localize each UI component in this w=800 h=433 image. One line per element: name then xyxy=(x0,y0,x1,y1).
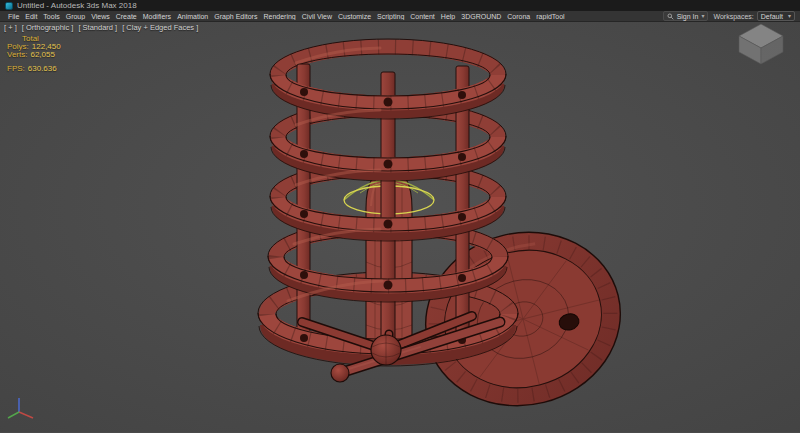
sign-in-label: Sign In xyxy=(677,13,699,20)
menu-items: File Edit Tools Group Views Create Modif… xyxy=(5,13,568,20)
workspace-selected: Default xyxy=(761,13,783,20)
menu-item[interactable]: Civil View xyxy=(299,13,335,20)
menu-item[interactable]: Help xyxy=(438,13,458,20)
viewport-standard-label[interactable]: [ Standard ] xyxy=(78,23,117,32)
workspace-dropdown[interactable]: Default ▾ xyxy=(757,11,795,21)
menu-item[interactable]: Views xyxy=(88,13,113,20)
menu-item[interactable]: Rendering xyxy=(260,13,298,20)
viewport[interactable]: [ + ] [ Orthographic ] [ Standard ] [ Cl… xyxy=(0,22,800,433)
chevron-down-icon: ▾ xyxy=(701,13,704,19)
menu-item[interactable]: Animation xyxy=(174,13,211,20)
menubar-right-controls: Sign In ▾ Workspaces: Default ▾ xyxy=(663,11,795,21)
app-window: Untitled - Autodesk 3ds Max 2018 File Ed… xyxy=(0,0,800,433)
search-icon xyxy=(667,13,674,20)
workspaces-label: Workspaces: xyxy=(713,13,753,20)
scene-canvas[interactable] xyxy=(0,22,800,432)
menu-item[interactable]: Graph Editors xyxy=(211,13,260,20)
stats-verts: Verts:62,055 xyxy=(7,51,61,59)
menu-item[interactable]: Create xyxy=(113,13,140,20)
menu-item[interactable]: File xyxy=(5,13,22,20)
viewport-pov-label[interactable]: [ Orthographic ] xyxy=(22,23,74,32)
viewport-label-row: [ + ] [ Orthographic ] [ Standard ] [ Cl… xyxy=(4,23,198,32)
menu-item[interactable]: 3DGROUND xyxy=(458,13,504,20)
menu-item[interactable]: Scripting xyxy=(374,13,407,20)
window-title: Untitled - Autodesk 3ds Max 2018 xyxy=(17,1,137,10)
menu-item[interactable]: Customize xyxy=(335,13,374,20)
chevron-down-icon: ▾ xyxy=(788,13,791,19)
viewport-shading-label[interactable]: [ Clay + Edged Faces ] xyxy=(122,23,198,32)
menu-item[interactable]: Content xyxy=(407,13,438,20)
menu-item[interactable]: Corona xyxy=(504,13,533,20)
menu-bar: File Edit Tools Group Views Create Modif… xyxy=(0,11,800,22)
menu-item[interactable]: Group xyxy=(63,13,88,20)
sign-in-button[interactable]: Sign In ▾ xyxy=(663,11,709,21)
menu-item[interactable]: Tools xyxy=(40,13,62,20)
menu-item[interactable]: Modifiers xyxy=(140,13,174,20)
viewport-general-menu[interactable]: [ + ] xyxy=(4,23,17,32)
3ds-max-app-icon xyxy=(5,2,13,10)
viewport-statistics: Total Polys:122,450 Verts:62,055 FPS:630… xyxy=(7,35,61,73)
stats-fps: FPS:630.636 xyxy=(7,65,61,73)
menu-item[interactable]: rapidTool xyxy=(533,13,567,20)
workspaces-control: Workspaces: Default ▾ xyxy=(713,11,795,21)
menu-item[interactable]: Edit xyxy=(22,13,40,20)
title-bar: Untitled - Autodesk 3ds Max 2018 xyxy=(0,0,800,11)
